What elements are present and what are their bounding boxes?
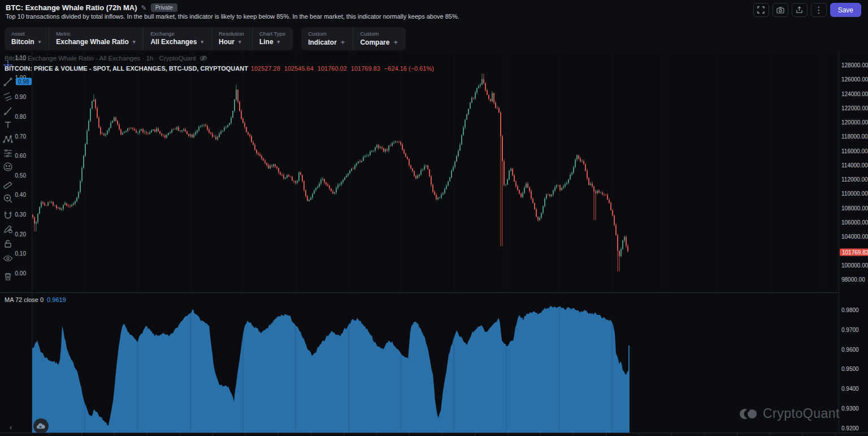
price-axis-tick: 98000.00 [841, 277, 865, 283]
fullscreen-icon [757, 6, 765, 14]
time-tick [180, 433, 180, 435]
bitcoin-dropdown[interactable]: AssetBitcoin▾ [5, 27, 49, 50]
time-tick [147, 433, 147, 435]
ma-axis-tick: 0.9300 [841, 405, 859, 412]
ohlc-title: BITCOIN: PRICE & VOLUME - SPOT, ALL EXCH… [5, 65, 248, 72]
time-tick [49, 433, 49, 435]
ratio-axis-tick: 0.80 [15, 113, 29, 119]
more-options-button[interactable]: ⋮ [811, 3, 827, 17]
collapse-toolbar-chevron[interactable]: ‹ [10, 423, 12, 431]
trash-icon[interactable] [2, 270, 14, 283]
brush-icon[interactable] [2, 105, 14, 118]
ratio-axis-tick: 0.10 [15, 251, 29, 257]
time-tick [344, 433, 344, 435]
share-button[interactable] [792, 3, 808, 17]
time-tick [311, 433, 311, 435]
cloud-sync-button[interactable] [33, 418, 49, 434]
trend-line-icon[interactable] [2, 76, 14, 88]
fullscreen-button[interactable] [753, 3, 769, 17]
time-tick [573, 433, 574, 435]
pane-series-legend[interactable]: Bitcoin: Exchange Whale Ratio - All Exch… [5, 55, 207, 62]
lock-icon[interactable] [2, 238, 14, 250]
ma-axis-tick: 0.9500 [841, 366, 859, 372]
ma-legend[interactable]: MA 72 close 00.9619 [5, 296, 66, 303]
price-axis-tick: 120000.00 [841, 119, 868, 126]
control-label: Custom [308, 31, 345, 37]
ohlc-legend[interactable]: BITCOIN: PRICE & VOLUME - SPOT, ALL EXCH… [5, 65, 438, 72]
page-title: BTC: Exchange Whale Ratio (72h MA) [6, 3, 137, 12]
ohlc-values: 102527.28102545.64101760.02101769.83−624… [251, 65, 438, 72]
share-icon [796, 6, 803, 14]
ma-axis-tick: 0.9600 [841, 346, 859, 352]
ruler-icon[interactable] [2, 178, 14, 190]
ma-legend-value: 0.9619 [47, 296, 66, 303]
drawing-lock-icon[interactable] [2, 223, 14, 235]
ma-axis-tick: 0.9700 [841, 326, 859, 333]
time-tick [770, 433, 770, 435]
time-tick [835, 433, 836, 435]
price-axis-tick: 114000.00 [841, 162, 868, 168]
kebab-icon: ⋮ [814, 5, 823, 15]
time-tick [704, 433, 705, 435]
cloud-icon [37, 423, 45, 429]
edit-title-icon[interactable]: ✎ [141, 4, 147, 12]
ma-axis-tick: 0.9200 [841, 425, 859, 431]
ratio-axis-tick: 0.30 [15, 211, 29, 218]
ratio-axis-tick: 0.90 [15, 94, 29, 100]
right-axis-border [839, 51, 839, 436]
price-candlestick-chart[interactable] [32, 51, 839, 292]
line-dropdown[interactable]: Chart TypeLine▾ [252, 27, 293, 50]
series-title: Bitcoin: Exchange Whale Ratio - All Exch… [5, 55, 196, 62]
price-axis-tick: 124000.00 [841, 90, 868, 97]
time-axis[interactable] [0, 433, 868, 436]
zoom-in-icon[interactable] [2, 192, 14, 205]
control-value: Indicator [308, 38, 337, 46]
time-tick [802, 433, 803, 435]
price-axis-tick: 106000.00 [841, 219, 868, 225]
custom-compare-dropdown[interactable]: CustomCompare+ [353, 27, 406, 50]
magnet-icon[interactable] [2, 209, 14, 222]
text-icon[interactable] [2, 119, 14, 131]
chevron-down-icon: ▾ [38, 39, 41, 45]
eye-icon[interactable] [2, 252, 14, 265]
ratio-axis-tick: 0.70 [15, 133, 29, 139]
ma-axis-tick: 0.9800 [841, 307, 859, 313]
ratio-axis-tick: 0.60 [15, 153, 29, 159]
emoji-icon[interactable] [2, 161, 14, 173]
hour-dropdown[interactable]: ResolutionHour▾ [211, 27, 252, 50]
screenshot-button[interactable] [772, 3, 788, 17]
xabcd-pattern-icon[interactable] [2, 133, 14, 146]
time-tick [737, 433, 737, 435]
control-bar: AssetBitcoin▾MetricExchange Whale Ratio▾… [5, 27, 406, 50]
private-badge: Private [151, 3, 177, 12]
save-button[interactable]: Save [830, 3, 861, 17]
current-price-label: 101769.83 [840, 249, 868, 256]
all-exchanges-dropdown[interactable]: ExchangeAll Exchanges▾ [143, 27, 211, 50]
ratio-axis-tick: 0.00 [15, 270, 29, 276]
cryptoquant-chart-app: BTC: Exchange Whale Ratio (72h MA) ✎ Pri… [0, 0, 868, 436]
price-axis-tick: 104000.00 [841, 234, 868, 240]
prediction-icon[interactable] [2, 147, 14, 159]
ohlc-value: 101769.83 [351, 65, 380, 72]
pane-divider[interactable] [0, 292, 839, 293]
ratio-axis-tick: 0.50 [15, 172, 29, 178]
chevron-down-icon: ▾ [238, 39, 241, 45]
whale-ratio-area-chart[interactable] [32, 293, 839, 433]
chevron-down-icon: ▾ [133, 39, 136, 45]
time-tick [442, 433, 442, 435]
exchange-whale-ratio-dropdown[interactable]: MetricExchange Whale Ratio▾ [49, 27, 143, 50]
time-tick [507, 433, 508, 435]
eye-off-icon[interactable] [199, 55, 207, 62]
ohlc-value: 102545.64 [284, 65, 314, 72]
time-tick [671, 433, 672, 435]
chart-root: 1.101.000.900.800.700.600.500.400.300.20… [0, 51, 868, 436]
fib-retracement-icon[interactable] [2, 90, 14, 103]
watermark: CryptoQuant [739, 406, 840, 421]
time-tick [245, 433, 246, 435]
ohlc-value: 101760.02 [318, 65, 347, 72]
control-label: Resolution [219, 31, 244, 37]
custom-indicator-dropdown[interactable]: CustomIndicator+ [301, 27, 353, 50]
custom-settings-group: CustomIndicator+CustomCompare+ [301, 27, 406, 50]
price-axis-tick: 116000.00 [841, 148, 868, 154]
time-tick [475, 433, 475, 435]
